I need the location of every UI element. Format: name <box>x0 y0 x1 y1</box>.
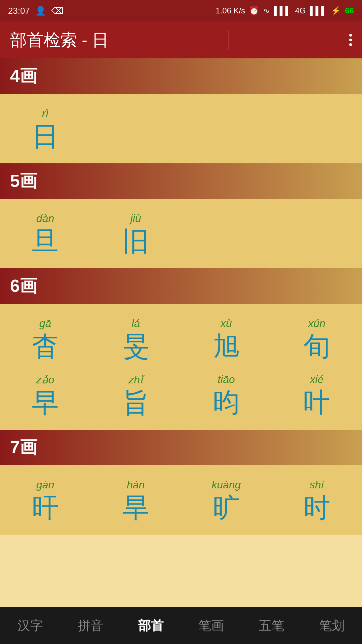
status-speed: 1.06 K/s <box>216 6 245 15</box>
status-signal2-icon: ▌▌▌ <box>310 6 327 15</box>
status-signal-icon: ▌▌▌ <box>274 6 291 15</box>
char-hanzi[interactable]: 杳 <box>32 333 59 360</box>
char-grid-7hua: gàn旰hàn旱kuàng旷shí时 <box>0 465 362 535</box>
char-pinyin: shí <box>310 479 324 491</box>
char-hanzi[interactable]: 旭 <box>213 333 240 360</box>
section-7hua: 7画gàn旰hàn旱kuàng旷shí时 <box>0 430 362 535</box>
status-usb-icon: ⌫ <box>51 6 64 16</box>
status-time: 23:07 <box>8 6 30 16</box>
app-bar-divider <box>229 30 229 50</box>
char-item[interactable]: zǎo早 <box>0 367 90 423</box>
section-header-6hua: 6画 <box>0 268 362 304</box>
char-hanzi[interactable]: 旻 <box>122 333 149 360</box>
char-pinyin: zhǐ <box>129 373 143 386</box>
status-wifi-icon: ∿ <box>263 6 270 15</box>
status-right: 1.06 K/s ⏰ ∿ ▌▌▌ 4G ▌▌▌ ⚡ 66 <box>216 6 354 15</box>
nav-item-拼音[interactable]: 拼音 <box>71 614 110 638</box>
char-pinyin: hàn <box>127 479 144 491</box>
char-item[interactable]: gā杳 <box>0 311 90 367</box>
section-6hua: 6画gā杳lá旻xù旭xún旬zǎo早zhǐ旨tiāo昀xié叶 <box>0 268 362 430</box>
char-grid-6hua: gā杳lá旻xù旭xún旬zǎo早zhǐ旨tiāo昀xié叶 <box>0 304 362 430</box>
section-header-4hua: 4画 <box>0 58 362 94</box>
char-grid-5hua: dàn旦jiù旧 <box>0 199 362 268</box>
status-4g-icon: 4G <box>295 6 306 15</box>
section-5hua: 5画dàn旦jiù旧 <box>0 163 362 268</box>
char-pinyin: xún <box>308 317 325 330</box>
status-lightning-icon: ⚡ <box>331 6 341 15</box>
char-hanzi[interactable]: 旰 <box>32 494 59 521</box>
char-item[interactable]: lá旻 <box>90 311 181 367</box>
nav-item-部首[interactable]: 部首 <box>131 614 170 638</box>
section-header-5hua: 5画 <box>0 163 362 199</box>
char-pinyin: dàn <box>36 212 54 225</box>
char-item[interactable]: jiù旧 <box>90 206 181 262</box>
status-bar: 23:07 👤 ⌫ 1.06 K/s ⏰ ∿ ▌▌▌ 4G ▌▌▌ ⚡ 66 <box>0 0 362 21</box>
menu-dot-2 <box>349 39 352 41</box>
char-hanzi[interactable]: 日 <box>32 123 59 150</box>
char-item[interactable]: xún旬 <box>272 311 362 367</box>
char-item[interactable]: rì日 <box>0 101 90 157</box>
status-person-icon: 👤 <box>35 6 46 16</box>
app-bar-menu-button[interactable] <box>349 34 352 46</box>
char-pinyin: xié <box>310 373 324 386</box>
section-4hua: 4画rì日 <box>0 58 362 163</box>
char-item[interactable]: tiāo昀 <box>181 367 272 423</box>
status-alarm-icon: ⏰ <box>249 6 259 15</box>
status-left: 23:07 👤 ⌫ <box>8 6 64 16</box>
char-pinyin: gàn <box>36 479 54 491</box>
status-battery: 66 <box>345 6 354 15</box>
char-item[interactable]: zhǐ旨 <box>90 367 181 423</box>
main-content: 4画rì日5画dàn旦jiù旧6画gā杳lá旻xù旭xún旬zǎo早zhǐ旨ti… <box>0 58 362 535</box>
char-pinyin: lá <box>132 317 140 330</box>
char-hanzi[interactable]: 旱 <box>122 494 149 521</box>
char-hanzi[interactable]: 旧 <box>122 228 149 255</box>
char-hanzi[interactable]: 早 <box>32 389 59 416</box>
char-pinyin: tiāo <box>218 373 235 386</box>
char-hanzi[interactable]: 旨 <box>122 389 149 416</box>
menu-dot-1 <box>349 34 352 37</box>
char-hanzi[interactable]: 旬 <box>303 333 330 360</box>
char-item[interactable]: xié叶 <box>272 367 362 423</box>
char-hanzi[interactable]: 时 <box>303 494 330 521</box>
char-grid-4hua: rì日 <box>0 94 362 163</box>
char-item[interactable]: shí时 <box>272 472 362 528</box>
char-hanzi[interactable]: 昀 <box>213 389 240 416</box>
nav-item-笔画[interactable]: 笔画 <box>192 614 231 638</box>
app-bar-title: 部首检索 - 日 <box>10 29 109 51</box>
char-pinyin: xù <box>221 317 232 330</box>
nav-item-笔划[interactable]: 笔划 <box>312 614 351 638</box>
char-hanzi[interactable]: 旦 <box>32 228 59 255</box>
section-header-7hua: 7画 <box>0 430 362 465</box>
app-bar: 部首检索 - 日 <box>0 21 362 58</box>
nav-item-五笔[interactable]: 五笔 <box>252 614 291 638</box>
char-pinyin: rì <box>42 107 49 120</box>
char-hanzi[interactable]: 叶 <box>303 389 330 416</box>
char-item[interactable]: xù旭 <box>181 311 272 367</box>
char-hanzi[interactable]: 旷 <box>213 494 240 521</box>
bottom-nav: 汉字拼音部首笔画五笔笔划 <box>0 607 362 644</box>
char-pinyin: gā <box>39 317 51 330</box>
char-item[interactable]: hàn旱 <box>90 472 181 528</box>
char-item[interactable]: kuàng旷 <box>181 472 272 528</box>
menu-dot-3 <box>349 43 352 46</box>
char-pinyin: kuàng <box>212 479 241 491</box>
nav-item-汉字[interactable]: 汉字 <box>11 614 50 638</box>
char-item[interactable]: dàn旦 <box>0 206 90 262</box>
char-pinyin: jiù <box>130 212 141 225</box>
char-pinyin: zǎo <box>36 373 54 386</box>
char-item[interactable]: gàn旰 <box>0 472 90 528</box>
